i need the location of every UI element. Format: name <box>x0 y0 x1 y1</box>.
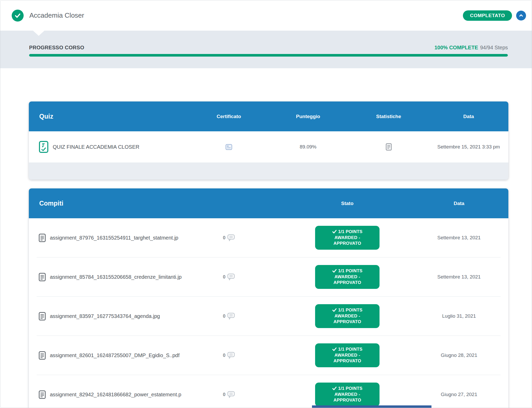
comment-count: 0 <box>223 353 225 358</box>
comments-cell[interactable]: 0 <box>190 313 268 320</box>
progress-steps-label: 94/94 Steps <box>480 45 508 50</box>
chevron-up-icon <box>518 12 524 19</box>
course-header: Accademia Closer COMPLETATO <box>0 0 532 31</box>
comment-count: 0 <box>223 314 225 319</box>
comment-count: 0 <box>223 274 225 280</box>
check-icon <box>332 347 337 351</box>
quiz-name-link[interactable]: QUIZ FINALE ACCADEMIA CLOSER <box>53 144 139 150</box>
assignment-date: Giugno 27, 2021 <box>399 392 508 397</box>
statistics-doc-icon[interactable] <box>386 143 392 151</box>
quiz-row: QUIZ FINALE ACCADEMIA CLOSER 89.09% <box>29 131 508 162</box>
progress-section: PROGRESSO CORSO 100% COMPLETE94/94 Steps <box>0 31 532 68</box>
check-icon <box>332 269 337 273</box>
progress-bar <box>29 54 508 57</box>
column-data: Data <box>429 114 508 119</box>
document-icon <box>39 351 46 360</box>
check-icon <box>332 230 337 234</box>
assignments-table-title: Compiti <box>29 200 295 207</box>
course-progress-page: Accademia Closer COMPLETATO PROGRESSO CO… <box>0 0 532 408</box>
assignments-table: Compiti Stato Data assignment_87976_1631… <box>29 188 508 408</box>
assignment-row: assignment_87976_163155254911_targhet_st… <box>29 218 508 257</box>
progress-stats: 100% COMPLETE94/94 Steps <box>434 45 508 51</box>
quiz-table-title: Quiz <box>29 113 190 120</box>
comment-bubble-icon <box>227 352 235 359</box>
comments-cell[interactable]: 0 <box>190 391 268 398</box>
assignment-file-link[interactable]: assignment_82601_162487255007_DMP_Egidio… <box>50 352 179 358</box>
assignment-row: assignment_82942_162481866682_power_esta… <box>29 375 508 408</box>
column-stato: Stato <box>295 201 399 206</box>
notch-pointer <box>33 31 44 36</box>
assignments-table-header: Compiti Stato Data <box>29 188 508 218</box>
quiz-score: 89.09% <box>268 144 348 150</box>
course-title: Accademia Closer <box>29 11 84 19</box>
comments-cell[interactable]: 0 <box>190 352 268 359</box>
progress-fill <box>29 54 508 57</box>
comment-count: 0 <box>223 392 225 397</box>
assignment-file-link[interactable]: assignment_87976_163155254911_targhet_st… <box>50 235 178 241</box>
certificate-icon[interactable] <box>225 144 232 150</box>
document-icon <box>39 234 46 242</box>
document-icon <box>39 312 46 321</box>
partial-bottom-bar <box>312 405 431 408</box>
assignment-status-badge: 1/1 POINTS AWARDED - APPROVATO <box>315 383 380 406</box>
comment-bubble-icon <box>227 234 235 241</box>
document-icon <box>39 390 46 399</box>
assignment-file-link[interactable]: assignment_82942_162481866682_power_esta… <box>50 392 181 398</box>
column-certificato: Certificato <box>190 114 268 119</box>
check-icon <box>332 308 337 312</box>
comment-count: 0 <box>223 235 225 241</box>
quiz-table-header: Quiz Certificato Punteggio Statistiche D… <box>29 101 508 131</box>
assignment-date: Settembre 13, 2021 <box>399 274 508 280</box>
comment-bubble-icon <box>227 313 235 320</box>
assignment-row: assignment_85784_163155206658_credenze_l… <box>29 257 508 296</box>
assignment-file-link[interactable]: assignment_85784_163155206658_credenze_l… <box>50 274 182 280</box>
quiz-date: Settembre 15, 2021 3:33 pm <box>429 144 508 150</box>
assignment-file-link[interactable]: assignment_83597_162775343764_agenda.jpg <box>50 313 160 319</box>
assignment-status-badge: 1/1 POINTS AWARDED - APPROVATO <box>315 226 380 249</box>
comments-cell[interactable]: 0 <box>190 274 268 281</box>
assignment-status-badge: 1/1 POINTS AWARDED - APPROVATO <box>315 343 380 367</box>
status-badge: COMPLETATO <box>463 10 512 21</box>
quiz-table-footer <box>29 162 508 180</box>
assignment-status-badge: 1/1 POINTS AWARDED - APPROVATO <box>315 265 380 289</box>
assignment-date: Giugno 28, 2021 <box>399 352 508 358</box>
progress-label: PROGRESSO CORSO <box>29 45 84 51</box>
comments-cell[interactable]: 0 <box>190 234 268 241</box>
progress-percent-label: 100% COMPLETE <box>434 45 478 50</box>
column-punteggio: Punteggio <box>268 114 348 119</box>
assignment-date: Luglio 31, 2021 <box>399 313 508 319</box>
column-data-assignments: Data <box>399 201 508 206</box>
column-statistiche: Statistiche <box>348 114 429 119</box>
comment-bubble-icon <box>227 274 235 281</box>
document-icon <box>39 273 46 281</box>
quiz-checklist-icon <box>39 141 49 153</box>
comment-bubble-icon <box>227 391 235 398</box>
collapse-button[interactable] <box>516 11 526 21</box>
course-complete-check-icon <box>12 10 24 22</box>
quiz-table: Quiz Certificato Punteggio Statistiche D… <box>29 101 508 180</box>
assignment-status-badge: 1/1 POINTS AWARDED - APPROVATO <box>315 304 380 328</box>
assignment-date: Settembre 13, 2021 <box>399 235 508 241</box>
assignment-row: assignment_83597_162775343764_agenda.jpg… <box>29 297 508 336</box>
assignment-row: assignment_82601_162487255007_DMP_Egidio… <box>29 336 508 375</box>
check-icon <box>332 386 337 390</box>
